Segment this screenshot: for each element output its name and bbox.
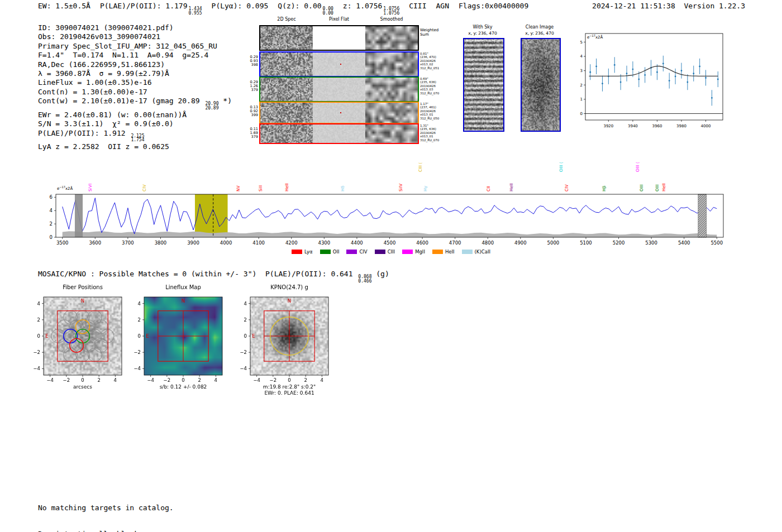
data-point xyxy=(602,83,603,84)
detection-info-block: ID: 3090074021 (3090074021.pdf)Obs: 2019… xyxy=(38,23,232,152)
2d-spec-strip xyxy=(260,26,313,50)
data-point xyxy=(681,70,683,71)
emission-line-label: OIII ( xyxy=(635,162,640,172)
fit-xtick: 3920 xyxy=(603,124,613,128)
data-point xyxy=(626,73,628,74)
fit-ytick: 3 xyxy=(580,69,583,73)
data-point xyxy=(686,82,688,83)
panel-ytick: 4 xyxy=(138,301,141,306)
fiber-plot: Fiber Positions−4−4−2−2002244arcsecsNE xyxy=(27,282,141,401)
compass-north: N xyxy=(81,298,84,304)
fiber-circle xyxy=(76,348,90,362)
info-line: RA,Dec (166.226959,51.866123) xyxy=(38,60,232,69)
fiber-circle xyxy=(88,348,102,362)
panel-xlabel2: EWr: 0. PLAE: 0.641 xyxy=(264,390,314,396)
panel-xtick: 2 xyxy=(304,377,307,383)
spectrum-xtick: 5400 xyxy=(678,240,690,246)
data-point xyxy=(632,69,634,70)
legend-label: Lyα xyxy=(304,249,313,255)
spectrum-xtick: 4300 xyxy=(318,240,331,246)
header-stat: EW: 1.5±0.5Å xyxy=(38,2,90,10)
spectrum-xtick: 4600 xyxy=(416,240,428,246)
selected-fiber-circle xyxy=(76,329,90,343)
info-line: Cont(w) = 2.10(±0.01)e-17 (gmag 20.89 20… xyxy=(38,97,232,111)
panel-xtick: 0 xyxy=(288,377,290,383)
legend-label: OII xyxy=(333,249,340,255)
2d-spec-strip xyxy=(260,78,313,101)
smoothed-strip xyxy=(365,78,418,101)
cutout-row-left-labels: 0.291.26379 xyxy=(245,80,258,92)
fiber-circle xyxy=(58,320,71,334)
fit-xtick: 3980 xyxy=(676,124,686,128)
lineflux-plot: Lineflux Map−4−4−2−2002244s/b: 0.12 +/- … xyxy=(127,282,242,401)
column-title-smoothed: Smoothed xyxy=(365,17,418,22)
spectrum-xtick: 4200 xyxy=(285,240,298,246)
spectrum-line-legend: LyαOIICIVCIIIMgIIHeII(K)CaII xyxy=(0,249,782,255)
panel-xtick: 4 xyxy=(214,377,217,383)
fit-xtick: 3960 xyxy=(652,124,662,128)
stacked-hi-lo: 1.4340.955 xyxy=(188,7,202,16)
stacked-hi-lo: 0.8680.466 xyxy=(358,275,371,284)
legend-swatch xyxy=(292,250,302,254)
panel-xlabel: arcsecs xyxy=(73,384,92,390)
cutout-row-annotation: 1.17"(237, 461)20190426v013_01312_RU_050 xyxy=(420,102,439,120)
emission-line-label: Hδ xyxy=(340,185,345,191)
data-point xyxy=(711,97,713,99)
panel-xlabel: s/b: 0.12 +/- 0.082 xyxy=(160,384,207,390)
pixel-flat-strip xyxy=(313,103,365,123)
emission-line-label: HeII xyxy=(661,183,666,191)
smoothed-strip xyxy=(365,124,418,143)
panel-title: KPNO(24.7) g xyxy=(270,284,308,290)
clean-image xyxy=(521,38,561,132)
data-point xyxy=(693,73,694,74)
panel-ytick: 0 xyxy=(138,333,141,339)
legend-item: CIV xyxy=(346,249,367,255)
cutout-row-2 xyxy=(259,76,419,102)
full-spectrum-plot: 3500360037003800390040004100420043004400… xyxy=(34,150,760,258)
info-line: S/N = 3.3(±1.1) χ² = 0.9(±0.0) xyxy=(38,119,232,128)
smoothed-strip xyxy=(365,52,418,76)
cutout-row-left-labels: 0.290.93398 xyxy=(245,55,258,67)
emission-line-label: CII xyxy=(486,186,491,191)
legend-label: CIII xyxy=(388,249,395,255)
spectrum-xtick: 5100 xyxy=(580,240,592,246)
fiber-circle xyxy=(94,338,108,352)
cutout-row-annotation: 0.69"(235, 636)20190426v013_03312_RU_070 xyxy=(420,77,439,95)
catalog-notes: No matching targets in catalog. Row inte… xyxy=(38,486,174,532)
header-stats-line: EW: 1.5±0.5ÅP(LAE)/P(OII): 1.1791.4340.9… xyxy=(38,2,538,16)
compass-north: N xyxy=(182,298,185,304)
emission-line-label: SiVI xyxy=(88,184,93,191)
cutout-row-annotation: 1.31"(235, 636)20190426v013_01312_RU_070 xyxy=(420,124,439,142)
data-point xyxy=(669,80,670,82)
panel-title: Lineflux Map xyxy=(165,284,201,290)
spectrum-ytick: 4 xyxy=(50,208,53,213)
header-stat: Q(z): 0.000.000.00 xyxy=(278,2,333,10)
spectrum-xtick: 3500 xyxy=(56,240,69,246)
spectrum-xtick: 3700 xyxy=(122,240,134,246)
spectrum-xtick: 3800 xyxy=(155,240,167,246)
2d-spec-strip xyxy=(260,52,313,76)
spectrum-xtick: 4000 xyxy=(220,240,232,246)
info-line: ID: 3090074021 (3090074021.pdf) xyxy=(38,23,232,32)
data-point xyxy=(644,74,646,76)
kpno-plot: KPNO(24.7) g−4−4−2−2002244m:19.8 re:2.8"… xyxy=(233,282,348,401)
spectrum-xtick: 5000 xyxy=(547,240,560,246)
spectrum-line xyxy=(63,198,717,234)
panel-xtick: −2 xyxy=(270,377,277,383)
panel-xtick: 2 xyxy=(198,377,201,383)
cutout-row-1 xyxy=(259,51,419,77)
panel-xtick: 0 xyxy=(182,377,184,383)
panel-ytick: −2 xyxy=(240,349,247,355)
note-line: No matching targets in catalog. xyxy=(38,504,174,512)
emission-line-label: SiIV xyxy=(398,183,403,191)
spectrum-ytick: 6 xyxy=(50,194,53,200)
legend-swatch xyxy=(346,250,357,254)
legend-item: Lyα xyxy=(292,249,313,255)
fit-ytick: 4 xyxy=(580,54,583,59)
elixer-detection-report: EW: 1.5±0.5ÅP(LAE)/P(OII): 1.1791.4340.9… xyxy=(0,0,782,532)
column-title-2d-spec: 2D Spec xyxy=(260,17,313,22)
info-line: P(LAE)/P(OII): 1.912 2.1251.754 xyxy=(38,129,232,143)
data-point xyxy=(595,66,597,68)
emission-line-fit-plot: 01234539203940396039804000e−17x2Å xyxy=(571,29,733,132)
emission-line-label: CIII ( xyxy=(418,162,423,172)
